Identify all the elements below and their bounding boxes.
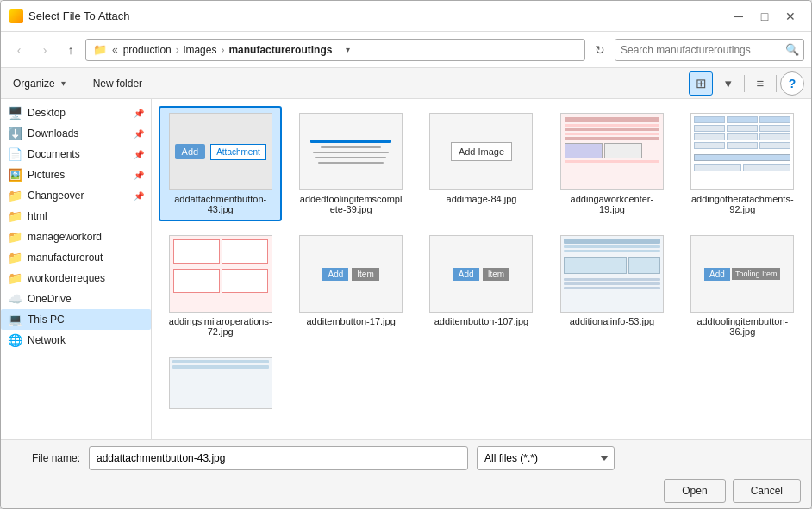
- sidebar-item-label: OneDrive: [28, 293, 72, 305]
- thumb-item-label: Item: [352, 268, 378, 281]
- maximize-button[interactable]: □: [753, 7, 777, 26]
- close-button[interactable]: ✕: [778, 7, 803, 26]
- refresh-button[interactable]: ↻: [589, 39, 611, 61]
- action-buttons: Open Cancel: [664, 479, 801, 503]
- breadcrumb-chevron: «: [112, 44, 118, 56]
- organize-dropdown-icon: ▾: [59, 78, 69, 89]
- folder-icon: 📁: [8, 251, 22, 264]
- file-item[interactable]: Add Item additembutton-107.jpg: [420, 228, 543, 344]
- thumb-add-sm-2: Add: [453, 268, 479, 281]
- file-item[interactable]: Add Attachment addattachmentbutton-43.jp…: [159, 106, 282, 221]
- sidebar-item-desktop[interactable]: 🖥️ Desktop 📌: [1, 102, 151, 123]
- sidebar-item-html[interactable]: 📁 html: [1, 206, 151, 227]
- folder-icon: 📁: [8, 189, 22, 202]
- file-item[interactable]: Add Image addimage-84.jpg: [420, 106, 543, 221]
- thumb-add-sm: Add: [322, 268, 348, 281]
- thumb-attach-label: Attachment: [210, 144, 266, 160]
- help-button[interactable]: ?: [780, 71, 804, 96]
- breadcrumb-production[interactable]: production: [123, 44, 172, 56]
- file-item[interactable]: addingotheratachments-92.jpg: [681, 106, 804, 221]
- up-button[interactable]: ↑: [59, 39, 82, 61]
- file-thumbnail: Add Attachment: [169, 113, 272, 190]
- file-name: addtoolingitembutton-36.jpg: [690, 316, 794, 337]
- file-item[interactable]: [159, 351, 282, 419]
- back-button[interactable]: ‹: [8, 39, 30, 61]
- file-name: addingotheratachments-92.jpg: [690, 194, 794, 214]
- sidebar-item-label: Desktop: [28, 107, 66, 119]
- cancel-button[interactable]: Cancel: [733, 479, 801, 503]
- dialog-window: Select File To Attach ─ □ ✕ ‹ › ↑ 📁 « pr…: [0, 0, 812, 509]
- file-thumbnail: [299, 113, 403, 190]
- main-area: 🖥️ Desktop 📌 ⬇️ Downloads 📌 📄 Documents …: [1, 99, 811, 439]
- minimize-button[interactable]: ─: [727, 7, 751, 26]
- sidebar-item-label: html: [28, 210, 47, 222]
- file-item[interactable]: Add Tooling Item addtoolingitembutton-36…: [681, 228, 804, 344]
- network-icon: 🌐: [8, 333, 22, 347]
- pictures-icon: 🖼️: [8, 168, 22, 182]
- filename-label: File name:: [11, 452, 80, 464]
- breadcrumb-dropdown[interactable]: ▾: [340, 43, 354, 57]
- sidebar-item-manageworkord[interactable]: 📁 manageworkord: [1, 227, 151, 247]
- sidebar-item-onedrive[interactable]: ☁️ OneDrive: [1, 289, 151, 309]
- sidebar-item-workorderreques[interactable]: 📁 workorderreques: [1, 268, 151, 289]
- breadcrumb-parts: production › images › manufacturerouting…: [123, 44, 333, 56]
- open-button[interactable]: Open: [664, 479, 725, 503]
- pin-icon: 📌: [134, 150, 144, 159]
- sidebar-item-label: Network: [28, 334, 66, 346]
- thumb-tooling-label: Tooling Item: [732, 268, 781, 280]
- breadcrumb-bar[interactable]: 📁 « production › images › manufacturerou…: [85, 39, 585, 61]
- view-dropdown-button[interactable]: ▾: [716, 71, 740, 96]
- pin-icon: 📌: [134, 191, 144, 201]
- breadcrumb-current[interactable]: manufactureroutings: [228, 44, 332, 56]
- search-button[interactable]: 🔍: [781, 39, 803, 61]
- bottom-bar: File name: All files (*.*) Open Cancel: [1, 439, 811, 508]
- search-input[interactable]: [615, 40, 781, 60]
- view-details-button[interactable]: ≡: [748, 71, 772, 96]
- file-item[interactable]: addedtoolingitemscomplete-39.jpg: [289, 106, 412, 221]
- search-box: 🔍: [615, 39, 804, 61]
- sidebar-item-changeover[interactable]: 📁 Changeover 📌: [1, 185, 151, 206]
- file-name: additionalinfo-53.jpg: [570, 316, 654, 326]
- sidebar-item-documents[interactable]: 📄 Documents 📌: [1, 144, 151, 164]
- file-thumbnail: Add Image: [429, 113, 533, 190]
- documents-icon: 📄: [8, 147, 22, 161]
- file-thumbnail: Add Item: [429, 235, 533, 313]
- sidebar-item-thispc[interactable]: 💻 This PC: [1, 309, 151, 330]
- file-item[interactable]: addingsimilaroperations-72.jpg: [159, 228, 282, 344]
- sidebar-item-label: Downloads: [28, 127, 78, 140]
- folder-icon: 📁: [8, 209, 22, 223]
- file-item[interactable]: addingaworkcenter-19.jpg: [550, 106, 673, 221]
- sidebar-item-label: manageworkord: [28, 231, 102, 243]
- sidebar-item-label: Changeover: [28, 189, 84, 202]
- sidebar-item-label: Documents: [28, 148, 80, 160]
- sidebar: 🖥️ Desktop 📌 ⬇️ Downloads 📌 📄 Documents …: [1, 99, 152, 439]
- file-thumbnail: Add Item: [299, 235, 403, 313]
- sidebar-item-downloads[interactable]: ⬇️ Downloads 📌: [1, 123, 151, 144]
- organize-label: Organize: [13, 78, 55, 90]
- downloads-icon: ⬇️: [8, 127, 22, 140]
- sidebar-item-pictures[interactable]: 🖼️ Pictures 📌: [1, 164, 151, 185]
- file-item[interactable]: Add Item additembutton-17.jpg: [289, 228, 412, 344]
- organize-button[interactable]: Organize ▾: [8, 75, 74, 92]
- filename-row: File name: All files (*.*): [11, 446, 801, 470]
- title-bar: Select File To Attach ─ □ ✕: [1, 1, 811, 32]
- forward-button[interactable]: ›: [34, 39, 56, 61]
- sidebar-item-network[interactable]: 🌐 Network: [1, 330, 151, 351]
- view-large-icons-button[interactable]: ⊞: [689, 71, 713, 96]
- sidebar-item-manufacturerout[interactable]: 📁 manufacturerout: [1, 247, 151, 268]
- filename-input[interactable]: [89, 446, 468, 470]
- pin-icon: 📌: [134, 171, 144, 180]
- dialog-title: Select File To Attach: [28, 9, 721, 22]
- sidebar-item-label: This PC: [28, 313, 65, 326]
- folder-icon: 📁: [8, 230, 22, 244]
- file-thumbnail: [690, 113, 794, 190]
- app-icon: [9, 9, 23, 23]
- new-folder-label: New folder: [93, 78, 142, 90]
- new-folder-button[interactable]: New folder: [88, 75, 147, 92]
- file-item[interactable]: additionalinfo-53.jpg: [550, 228, 673, 344]
- toolbar: ‹ › ↑ 📁 « production › images › manufact…: [1, 32, 811, 68]
- pin-icon: 📌: [134, 129, 144, 139]
- view-divider-2: [776, 75, 777, 92]
- breadcrumb-images[interactable]: images: [184, 44, 217, 56]
- filetype-select[interactable]: All files (*.*): [477, 446, 615, 470]
